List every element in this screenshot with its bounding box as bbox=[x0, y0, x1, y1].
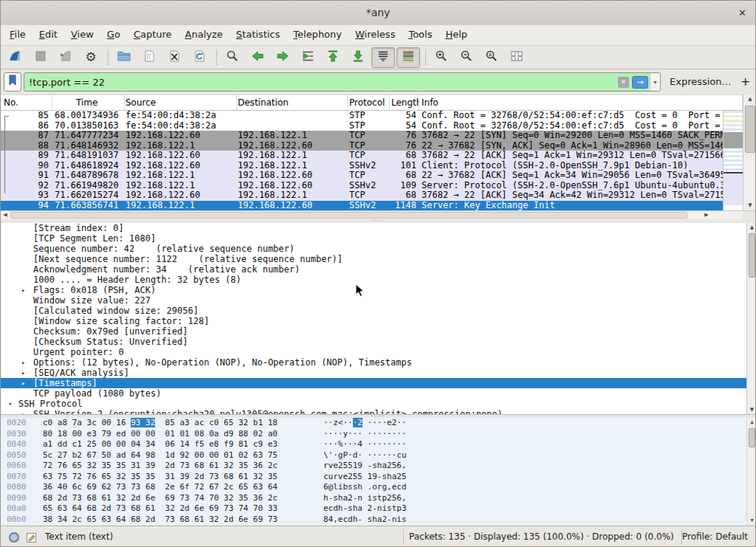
hex-row-0020[interactable]: 0020c0 a8 7a 3c 00 16 93 32 85 a3 ac c0 … bbox=[1, 418, 756, 429]
hex-row-00a0[interactable]: 00a065 63 64 68 2d 73 68 61 32 2d 6e 69 … bbox=[1, 503, 756, 515]
detail-line[interactable]: Sequence number: 42 (relative sequence n… bbox=[1, 244, 746, 254]
reload-file-button[interactable] bbox=[188, 47, 211, 68]
expander-closed-icon[interactable]: ▸ bbox=[21, 378, 25, 388]
hex-row-0090[interactable]: 009068 2d 73 68 61 32 2d 6e 69 73 74 70 … bbox=[1, 493, 756, 504]
column-header-destination[interactable]: Destination bbox=[237, 95, 348, 110]
expander-open-icon[interactable]: ▾ bbox=[8, 399, 12, 409]
packet-row-88[interactable]: 8871.648146932192.168.122.1192.168.122.6… bbox=[1, 141, 743, 151]
packet-row-91[interactable]: 9171.648789678192.168.122.1192.168.122.6… bbox=[1, 171, 743, 181]
go-back-button[interactable] bbox=[246, 47, 269, 68]
menu-analyze[interactable]: Analyze bbox=[179, 25, 230, 46]
detail-line[interactable]: Urgent pointer: 0 bbox=[1, 347, 746, 357]
menu-edit[interactable]: Edit bbox=[32, 25, 64, 46]
packet-row-94[interactable]: 9471.663856741192.168.122.1192.168.122.6… bbox=[1, 201, 743, 211]
expander-closed-icon[interactable]: ▸ bbox=[21, 409, 25, 414]
packet-row-93[interactable]: 9371.662015274192.168.122.60192.168.122.… bbox=[1, 190, 743, 201]
hex-row-0030[interactable]: 003080 18 00 e3 79 ed 00 00 01 01 08 0a … bbox=[1, 429, 756, 440]
hex-row-0060[interactable]: 006072 76 65 32 35 35 31 39 2d 73 68 61 … bbox=[1, 461, 756, 472]
capture-comment-icon[interactable] bbox=[26, 531, 38, 546]
menu-statistics[interactable]: Statistics bbox=[230, 25, 286, 46]
detail-line[interactable]: ▸Options: (12 bytes), No-Operation (NOP)… bbox=[1, 357, 746, 368]
bytes-vscrollbar[interactable]: ▲ ▼ bbox=[746, 418, 756, 526]
menu-telephony[interactable]: Telephony bbox=[286, 25, 348, 46]
column-header-no[interactable]: No. bbox=[1, 95, 52, 110]
detail-line[interactable]: ▸[Timestamps] bbox=[1, 378, 746, 388]
packet-row-87[interactable]: 8771.647777234192.168.122.60192.168.122.… bbox=[1, 131, 743, 141]
detail-line[interactable]: Acknowledgment number: 34 (relative ack … bbox=[1, 264, 746, 275]
close-file-button[interactable] bbox=[162, 47, 186, 68]
filter-history-dropdown[interactable]: ▾ bbox=[650, 73, 660, 91]
menu-file[interactable]: File bbox=[3, 25, 32, 46]
filter-clear-button[interactable]: ✕ bbox=[618, 77, 629, 88]
display-filter-input[interactable]: !tcp.port == 22 ✕ → ▾ bbox=[24, 72, 661, 92]
packet-row-90[interactable]: 9071.648618924192.168.122.60192.168.122.… bbox=[1, 161, 743, 171]
detail-line[interactable]: [Next sequence number: 1122 (relative se… bbox=[1, 254, 746, 264]
hex-row-0040[interactable]: 0040a1 dd c1 25 00 00 04 34 06 14 f5 e8 … bbox=[1, 439, 756, 450]
scrollbar-thumb[interactable] bbox=[745, 106, 755, 153]
auto-scroll-toggle[interactable] bbox=[371, 47, 395, 68]
restart-capture-button[interactable] bbox=[54, 47, 78, 68]
find-packet-button[interactable] bbox=[221, 47, 244, 68]
hex-row-0080[interactable]: 008036 40 6c 69 62 73 73 68 2e 6f 72 67 … bbox=[1, 482, 756, 493]
expression-button[interactable]: Expression… bbox=[670, 69, 732, 94]
column-header-protocol[interactable]: Protocol bbox=[348, 95, 390, 110]
expander-closed-icon[interactable]: ▸ bbox=[21, 285, 25, 295]
details-vscrollbar[interactable]: ▲ ▼ bbox=[746, 223, 756, 415]
add-filter-button[interactable]: + bbox=[740, 69, 750, 94]
menu-go[interactable]: Go bbox=[100, 25, 127, 46]
stop-capture-button[interactable] bbox=[29, 47, 52, 68]
scroll-down-icon[interactable]: ▼ bbox=[747, 516, 756, 526]
column-header-info[interactable]: Info bbox=[419, 95, 743, 110]
scrollbar-thumb[interactable] bbox=[749, 428, 755, 447]
start-capture-button[interactable] bbox=[4, 47, 27, 68]
packet-row-89[interactable]: 8971.648191037192.168.122.60192.168.122.… bbox=[1, 151, 743, 161]
menu-view[interactable]: View bbox=[64, 25, 100, 46]
detail-line[interactable]: Checksum: 0x79ed [unverified] bbox=[1, 326, 746, 337]
go-to-packet-button[interactable] bbox=[296, 47, 320, 68]
zoom-out-button[interactable] bbox=[455, 47, 478, 68]
detail-line[interactable]: ▾SSH Protocol bbox=[1, 399, 746, 409]
close-window-button[interactable]: ✕ bbox=[738, 1, 746, 25]
menu-capture[interactable]: Capture bbox=[127, 25, 179, 46]
hex-row-0070[interactable]: 007063 75 72 76 65 32 35 35 31 39 2d 73 … bbox=[1, 472, 756, 483]
packet-list-vscrollbar[interactable]: ▲ ▼ bbox=[743, 94, 756, 210]
resize-columns-button[interactable] bbox=[505, 47, 529, 68]
open-file-button[interactable] bbox=[112, 47, 136, 68]
column-header-source[interactable]: Source bbox=[125, 95, 237, 110]
scroll-up-icon[interactable]: ▲ bbox=[747, 223, 756, 233]
detail-line[interactable]: [Calculated window size: 29056] bbox=[1, 306, 746, 316]
capture-options-button[interactable]: ⚙ bbox=[79, 47, 103, 68]
detail-line[interactable]: [Stream index: 0] bbox=[1, 223, 746, 233]
packet-row-86[interactable]: 8670.013850163fe:54:00:d4:38:2aSTP54Conf… bbox=[1, 121, 743, 131]
menu-help[interactable]: Help bbox=[439, 25, 474, 46]
filter-bookmark-button[interactable] bbox=[4, 72, 21, 92]
detail-line[interactable]: Window size value: 227 bbox=[1, 295, 746, 306]
go-last-button[interactable] bbox=[346, 47, 370, 68]
scroll-up-icon[interactable]: ▲ bbox=[747, 418, 756, 427]
expander-closed-icon[interactable]: ▸ bbox=[21, 357, 25, 368]
scroll-down-icon[interactable]: ▼ bbox=[743, 201, 756, 210]
column-header-time[interactable]: Time bbox=[52, 95, 125, 110]
menu-wireless[interactable]: Wireless bbox=[348, 25, 402, 46]
filter-apply-button[interactable]: → bbox=[632, 76, 648, 89]
scroll-down-icon[interactable]: ▼ bbox=[747, 405, 756, 415]
detail-line[interactable]: [Window size scaling factor: 128] bbox=[1, 316, 746, 326]
detail-line[interactable]: 1000 .... = Header Length: 32 bytes (8) bbox=[1, 275, 746, 285]
detail-line[interactable]: ▸[SEQ/ACK analysis] bbox=[1, 368, 746, 378]
column-header-length[interactable]: Length bbox=[390, 95, 419, 110]
packet-row-92[interactable]: 9271.661949820192.168.122.1192.168.122.6… bbox=[1, 181, 743, 191]
detail-line[interactable]: TCP payload (1080 bytes) bbox=[1, 388, 746, 399]
save-file-button[interactable] bbox=[137, 47, 161, 68]
detail-line[interactable]: ▸Flags: 0x018 (PSH, ACK) bbox=[1, 285, 746, 295]
hex-row-0050[interactable]: 00505c 27 b2 67 50 ad 64 98 1d 92 00 00 … bbox=[1, 450, 756, 461]
scrollbar-thumb[interactable] bbox=[10, 212, 687, 219]
zoom-original-button[interactable] bbox=[480, 47, 504, 68]
go-forward-button[interactable] bbox=[271, 47, 295, 68]
menu-tools[interactable]: Tools bbox=[402, 25, 439, 46]
expert-info-icon[interactable] bbox=[8, 531, 20, 546]
scroll-right-icon[interactable]: ▶ bbox=[702, 211, 711, 219]
scroll-left-icon[interactable]: ◀ bbox=[1, 211, 10, 219]
detail-line[interactable]: [Checksum Status: Unverified] bbox=[1, 337, 746, 347]
status-profile[interactable]: Profile: Default bbox=[682, 526, 748, 547]
zoom-in-button[interactable] bbox=[430, 47, 453, 68]
